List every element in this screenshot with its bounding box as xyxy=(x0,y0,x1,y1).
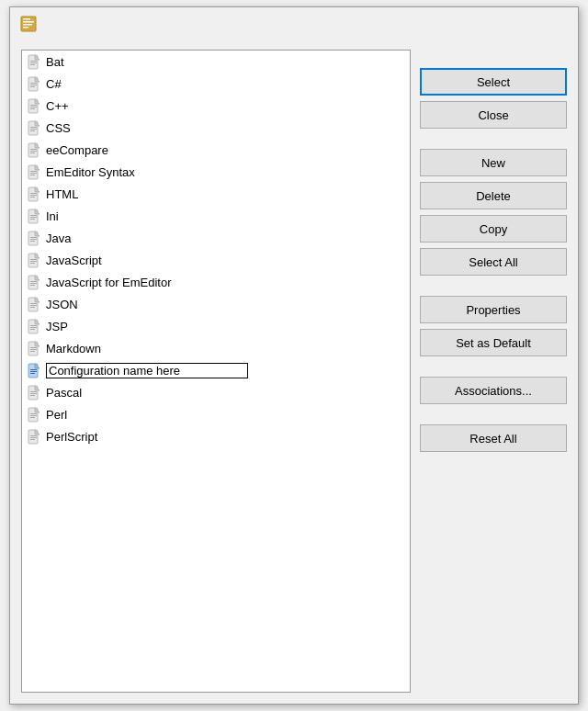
file-icon xyxy=(26,295,42,313)
define-configurations-dialog: Bat C# C++ CSS eeCompare EmEditor Syntax xyxy=(9,6,579,705)
list-item-label: JSP xyxy=(46,320,68,333)
svg-rect-87 xyxy=(30,413,37,414)
file-icon xyxy=(26,361,42,379)
list-item-label: CSS xyxy=(46,121,71,135)
svg-rect-13 xyxy=(30,85,37,85)
file-icon xyxy=(26,141,42,159)
svg-rect-44 xyxy=(30,219,35,220)
list-item-label: C# xyxy=(46,77,62,91)
svg-rect-32 xyxy=(30,171,37,172)
list-item-label: Pascal xyxy=(46,386,82,400)
list-item-label: HTML xyxy=(46,187,78,201)
dialog-icon xyxy=(19,15,38,33)
svg-rect-54 xyxy=(30,263,35,264)
config-name-input[interactable] xyxy=(46,363,248,378)
list-item[interactable]: eeCompare xyxy=(22,139,410,161)
list-item[interactable]: EmEditor Syntax xyxy=(22,161,410,183)
svg-rect-2 xyxy=(23,21,34,23)
file-icon xyxy=(26,185,42,203)
svg-rect-38 xyxy=(30,195,37,196)
svg-rect-89 xyxy=(30,417,35,418)
svg-rect-29 xyxy=(30,152,35,153)
svg-rect-17 xyxy=(30,105,37,106)
svg-rect-58 xyxy=(30,283,37,284)
file-icon xyxy=(26,427,42,446)
button-spacer xyxy=(420,281,567,290)
list-item[interactable]: Java xyxy=(22,227,410,249)
svg-rect-39 xyxy=(30,197,35,198)
file-icon xyxy=(26,96,42,115)
svg-rect-73 xyxy=(30,349,37,350)
list-item[interactable]: PerlScript xyxy=(22,425,410,447)
list-item[interactable]: C# xyxy=(22,73,410,95)
svg-rect-37 xyxy=(30,193,37,194)
svg-rect-62 xyxy=(30,303,37,304)
svg-rect-7 xyxy=(30,61,37,62)
svg-rect-1 xyxy=(23,18,30,20)
list-item[interactable]: Markdown xyxy=(22,337,410,359)
list-panel: Bat C# C++ CSS eeCompare EmEditor Syntax xyxy=(21,48,411,693)
svg-rect-52 xyxy=(30,259,37,260)
close-button[interactable]: Close xyxy=(420,101,567,129)
select-all-button[interactable]: Select All xyxy=(420,248,567,276)
list-item-label: Markdown xyxy=(46,342,101,356)
svg-rect-18 xyxy=(30,107,37,107)
list-item[interactable]: Bat xyxy=(22,51,410,73)
svg-rect-9 xyxy=(30,64,35,65)
button-spacer xyxy=(420,410,567,419)
copy-button[interactable]: Copy xyxy=(420,215,567,243)
svg-rect-43 xyxy=(30,217,37,218)
file-icon xyxy=(26,74,42,93)
svg-rect-72 xyxy=(30,347,37,348)
delete-button[interactable]: Delete xyxy=(420,182,567,209)
file-icon xyxy=(26,118,42,137)
svg-rect-57 xyxy=(30,281,37,282)
properties-button[interactable]: Properties xyxy=(420,296,567,323)
button-spacer xyxy=(420,362,567,371)
file-icon xyxy=(26,405,42,423)
button-spacer xyxy=(420,134,567,143)
set-as-default-button[interactable]: Set as Default xyxy=(420,329,567,356)
svg-rect-48 xyxy=(30,239,37,240)
list-item[interactable]: Perl xyxy=(22,403,410,425)
svg-rect-64 xyxy=(30,307,35,308)
close-button[interactable] xyxy=(558,22,569,26)
list-item[interactable]: JavaScript xyxy=(22,249,410,271)
svg-rect-47 xyxy=(30,237,37,238)
list-item-label: JavaScript for EmEditor xyxy=(46,276,172,289)
list-item[interactable]: JavaScript for EmEditor xyxy=(22,271,410,293)
list-item-label: JavaScript xyxy=(46,254,102,267)
list-item-label: PerlScript xyxy=(46,430,97,444)
svg-rect-28 xyxy=(30,151,37,152)
file-icon xyxy=(26,339,42,357)
list-item[interactable]: HTML xyxy=(22,183,410,205)
svg-rect-63 xyxy=(30,305,37,306)
svg-rect-53 xyxy=(30,261,37,262)
list-item[interactable]: JSON xyxy=(22,293,410,315)
list-item[interactable]: JSP xyxy=(22,315,410,337)
help-button[interactable] xyxy=(539,22,554,26)
list-item[interactable]: CSS xyxy=(22,117,410,139)
svg-rect-12 xyxy=(30,83,37,84)
new-button[interactable]: New xyxy=(420,149,567,176)
svg-rect-22 xyxy=(30,127,37,128)
associations-button[interactable]: Associations... xyxy=(420,377,567,404)
list-item-label: C++ xyxy=(46,99,69,113)
select-button[interactable]: Select xyxy=(420,68,567,96)
svg-rect-93 xyxy=(30,437,37,438)
list-item-label: Perl xyxy=(46,408,67,422)
svg-rect-19 xyxy=(30,108,35,109)
list-item-label: eeCompare xyxy=(46,143,108,157)
svg-rect-68 xyxy=(30,327,37,328)
buttons-panel: SelectCloseNewDeleteCopySelect AllProper… xyxy=(420,48,567,693)
reset-all-button[interactable]: Reset All xyxy=(420,424,567,452)
configurations-list[interactable]: Bat C# C++ CSS eeCompare EmEditor Syntax xyxy=(22,51,410,692)
list-item[interactable]: Pascal xyxy=(22,381,410,403)
list-item[interactable]: Ini xyxy=(22,205,410,227)
list-item[interactable] xyxy=(22,359,410,381)
svg-rect-88 xyxy=(30,415,37,416)
list-item-label: Bat xyxy=(46,55,64,69)
svg-rect-59 xyxy=(30,285,35,286)
list-item[interactable]: C++ xyxy=(22,95,410,117)
file-icon xyxy=(26,317,42,335)
